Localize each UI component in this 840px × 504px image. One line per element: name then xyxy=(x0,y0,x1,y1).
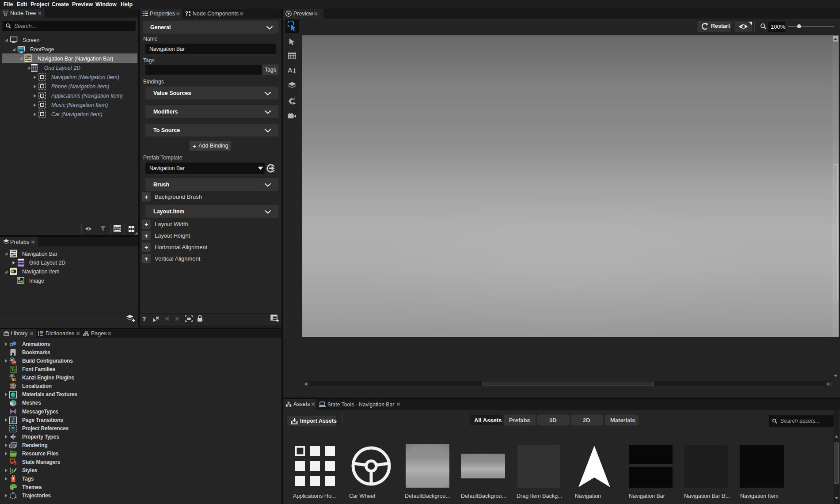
svg-text:T: T xyxy=(14,368,16,372)
svg-text:A: A xyxy=(288,66,293,74)
